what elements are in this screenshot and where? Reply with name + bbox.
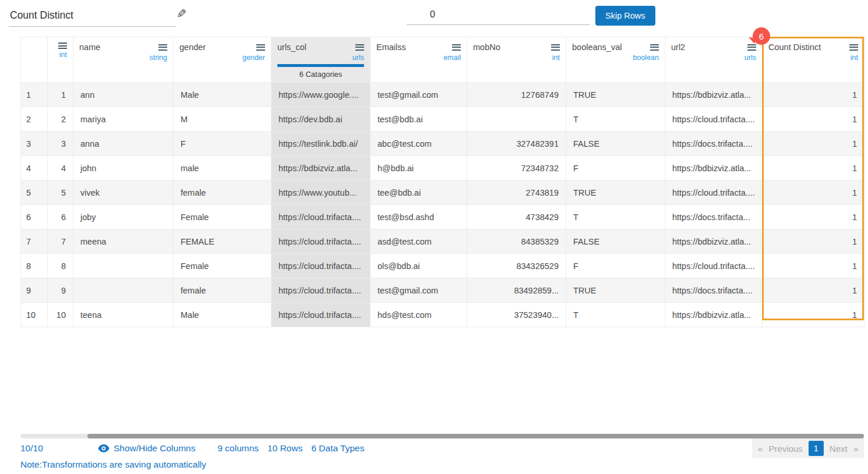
cell-name[interactable]: john	[73, 156, 174, 181]
column-menu-icon[interactable]	[551, 44, 560, 51]
cell-booleans-val[interactable]: TRUE	[566, 278, 665, 303]
cell-count-distinct[interactable]: 1	[763, 229, 865, 254]
cell-booleans-val[interactable]: FALSE	[566, 229, 665, 254]
cell-name[interactable]: mariya	[73, 107, 174, 132]
cell-emailss[interactable]: test@bdb.ai	[371, 107, 467, 132]
cell-url2[interactable]: https://cloud.trifacta....	[665, 254, 763, 278]
cell-urls-col[interactable]: https://www.youtub...	[271, 181, 371, 205]
cell-urls-col[interactable]: https://dev.bdb.ai	[271, 107, 371, 132]
cell-url2[interactable]: https://docs.trifacta....	[665, 132, 763, 156]
cell-gender[interactable]: FEMALE	[174, 229, 271, 254]
skip-rows-input[interactable]: 0	[407, 5, 590, 25]
cell-booleans-val[interactable]: FALSE	[566, 132, 665, 156]
cell-index[interactable]: 10	[48, 303, 73, 327]
cell-urls-col[interactable]: https://bdbizviz.atla...	[271, 156, 371, 181]
cell-mobno[interactable]: 2743819	[467, 181, 566, 205]
edit-pencil-icon[interactable]: ✎	[177, 7, 187, 21]
cell-count-distinct[interactable]: 1	[763, 83, 865, 107]
cell-url2[interactable]: https://cloud.trifacta....	[665, 107, 763, 132]
column-header-urls-col[interactable]: urls_colurls6 Catagories	[271, 37, 371, 83]
cell-booleans-val[interactable]: TRUE	[566, 83, 665, 107]
transform-name-input[interactable]: Count Distinct	[9, 5, 176, 27]
cell-count-distinct[interactable]: 1	[763, 156, 865, 181]
cell-booleans-val[interactable]: TRUE	[566, 181, 665, 205]
cell-urls-col[interactable]: https://cloud.trifacta....	[271, 254, 371, 278]
column-header-mobno[interactable]: mobNoint	[467, 37, 566, 83]
cell-booleans-val[interactable]: T	[566, 205, 665, 229]
cell-name[interactable]: ann	[73, 83, 174, 107]
cell-mobno[interactable]: 327482391	[467, 132, 566, 156]
cell-gender[interactable]: Female	[174, 205, 271, 229]
cell-name[interactable]: teena	[73, 303, 174, 327]
cell-index[interactable]: 2	[48, 107, 73, 132]
previous-button[interactable]: Previous	[768, 444, 802, 454]
column-header-url2[interactable]: url2urls	[665, 37, 763, 83]
cell-mobno[interactable]: 84385329	[467, 229, 566, 254]
cell-mobno[interactable]: 12768749	[467, 83, 566, 107]
cell-count-distinct[interactable]: 1	[763, 303, 865, 327]
cell-index[interactable]: 5	[48, 181, 73, 205]
cell-booleans-val[interactable]: F	[566, 156, 665, 181]
column-menu-icon[interactable]	[158, 44, 167, 51]
cell-booleans-val[interactable]: F	[566, 254, 665, 278]
cell-mobno[interactable]: 4738429	[467, 205, 566, 229]
cell-count-distinct[interactable]: 1	[763, 254, 865, 278]
cell-gender[interactable]: Male	[174, 303, 271, 327]
cell-emailss[interactable]: hds@test.com	[371, 303, 467, 327]
cell-name[interactable]: joby	[73, 205, 174, 229]
cell-url2[interactable]: https://cloud.trifacta....	[665, 181, 763, 205]
cell-count-distinct[interactable]: 1	[763, 132, 865, 156]
current-page-button[interactable]: 1	[809, 441, 824, 456]
cell-mobno[interactable]: 83492859...	[467, 278, 566, 303]
cell-emailss[interactable]: test@gmail.com	[371, 278, 467, 303]
cell-booleans-val[interactable]: T	[566, 303, 665, 327]
next-button[interactable]: Next	[830, 444, 848, 454]
cell-index[interactable]: 6	[48, 205, 73, 229]
cell-emailss[interactable]: abc@test.com	[371, 132, 467, 156]
show-hide-columns-button[interactable]: Show/Hide Columns	[98, 443, 195, 454]
column-menu-icon[interactable]	[747, 44, 756, 51]
cell-count-distinct[interactable]: 1	[763, 205, 865, 229]
cell-url2[interactable]: https://docs.trifacta...	[665, 205, 763, 229]
column-header-name[interactable]: namestring	[73, 37, 174, 83]
cell-mobno[interactable]: 37523940...	[467, 303, 566, 327]
cell-emailss[interactable]: ols@bdb.ai	[371, 254, 467, 278]
cell-url2[interactable]: https://bdbizviz.atla...	[665, 303, 763, 327]
cell-index[interactable]: 9	[48, 278, 73, 303]
cell-mobno[interactable]: 72348732	[467, 156, 566, 181]
cell-index[interactable]: 8	[48, 254, 73, 278]
cell-gender[interactable]: female	[174, 181, 271, 205]
cell-index[interactable]: 7	[48, 229, 73, 254]
cell-url2[interactable]: https://bdbizviz.atla...	[665, 83, 763, 107]
cell-gender[interactable]: female	[174, 278, 271, 303]
cell-gender[interactable]: M	[174, 107, 271, 132]
cell-gender[interactable]: Male	[174, 83, 271, 107]
cell-name[interactable]: vivek	[73, 181, 174, 205]
cell-urls-col[interactable]: https://cloud.trifacta....	[271, 278, 371, 303]
column-header-booleans-val[interactable]: booleans_valboolean	[566, 37, 665, 83]
cell-emailss[interactable]: test@bsd.ashd	[371, 205, 467, 229]
cell-urls-col[interactable]: https://cloud.trifacta....	[271, 205, 371, 229]
cell-emailss[interactable]: tee@bdb.ai	[371, 181, 467, 205]
cell-url2[interactable]: https://docs.trifacta....	[665, 278, 763, 303]
column-menu-icon[interactable]	[849, 44, 858, 51]
column-header-emailss[interactable]: Emailssemail	[371, 37, 467, 83]
column-header-count-distinct[interactable]: Count Distinctint	[763, 37, 865, 83]
previous-arrow[interactable]: «	[758, 444, 763, 454]
cell-urls-col[interactable]: https://cloud.trifacta....	[271, 303, 371, 327]
cell-urls-col[interactable]: https://testlink.bdb.ai/	[271, 132, 371, 156]
cell-gender[interactable]: F	[174, 132, 271, 156]
column-menu-icon[interactable]	[650, 44, 659, 51]
cell-name[interactable]	[73, 254, 174, 278]
cell-count-distinct[interactable]: 1	[763, 107, 865, 132]
cell-index[interactable]: 4	[48, 156, 73, 181]
cell-index[interactable]: 3	[48, 132, 73, 156]
column-menu-icon[interactable]	[452, 44, 461, 51]
cell-index[interactable]: 1	[48, 83, 73, 107]
cell-name[interactable]	[73, 278, 174, 303]
cell-gender[interactable]: male	[174, 156, 271, 181]
horizontal-scrollbar[interactable]	[20, 434, 864, 438]
cell-urls-col[interactable]: https://www.google....	[271, 83, 371, 107]
cell-gender[interactable]: Female	[174, 254, 271, 278]
cell-urls-col[interactable]: https://cloud.trifacta....	[271, 229, 371, 254]
